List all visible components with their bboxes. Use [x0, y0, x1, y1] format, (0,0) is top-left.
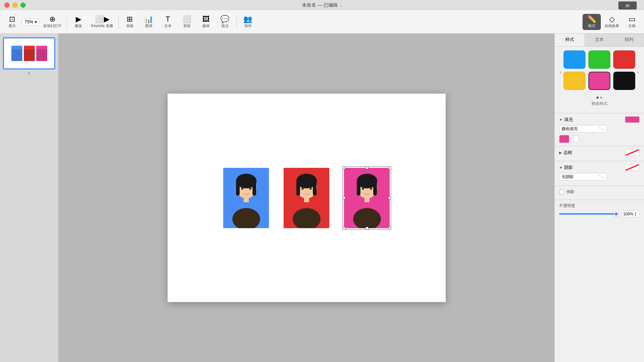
fill-header[interactable]: ▼ 填充: [559, 116, 640, 123]
reflection-label: 倒影: [566, 189, 574, 195]
selection-handle-bl[interactable]: [342, 227, 345, 230]
opacity-stepper[interactable]: ▲ ▼: [634, 211, 637, 216]
keynote-live-label: Keynote 直播: [91, 23, 113, 29]
selection-handle-bm[interactable]: [366, 227, 368, 230]
close-button[interactable]: [4, 3, 10, 8]
slide-thumb-content: [4, 38, 54, 68]
photo-red[interactable]: [284, 168, 329, 228]
swatch-pink[interactable]: [588, 72, 610, 90]
person-svg-blue: [223, 168, 269, 228]
toolbar-document[interactable]: ▭ 文稿: [623, 14, 641, 30]
toolbar-play[interactable]: ▶ 播放: [69, 14, 87, 30]
dot-2[interactable]: [600, 97, 602, 99]
photo-blue[interactable]: [223, 168, 269, 228]
svg-point-6: [241, 187, 243, 190]
fill-type-row: 颜色填充 ⌃⌄: [559, 125, 640, 133]
border-section: ▶ 边框: [555, 146, 644, 161]
selection-handle-tl[interactable]: [342, 166, 345, 169]
swatches-left-arrow[interactable]: ‹: [558, 69, 563, 75]
shadow-color-preview[interactable]: [625, 164, 640, 171]
fill-color-preview[interactable]: [625, 116, 640, 123]
photo-pink-selected[interactable]: [344, 168, 390, 228]
animate-label: 动画效果: [604, 23, 619, 29]
opacity-label-row: 不透明度: [559, 203, 640, 208]
selection-handle-tr[interactable]: [388, 166, 391, 169]
slide-canvas: [168, 94, 446, 302]
opacity-down[interactable]: ▼: [634, 214, 637, 216]
fill-color-swatch[interactable]: [559, 135, 569, 143]
border-color-preview[interactable]: [625, 149, 640, 156]
toolbar-keynote-live[interactable]: ⬜▶ Keynote 直播: [88, 14, 116, 30]
swatch-blue[interactable]: [564, 50, 585, 69]
play-label: 播放: [75, 23, 82, 29]
swatch-yellow[interactable]: [564, 72, 585, 90]
title-text: 未命名 — 已编辑: [302, 2, 338, 8]
toolbar-display[interactable]: ⊡ 显示: [3, 14, 21, 30]
canvas-area[interactable]: [59, 34, 554, 362]
swatch-red[interactable]: [613, 50, 635, 69]
fill-type-arrow: ⌃⌄: [598, 127, 604, 131]
table-label: 表格: [126, 23, 134, 29]
toolbar-format[interactable]: ✏️ 格式: [583, 14, 601, 30]
svg-point-5: [232, 208, 260, 228]
title-chevron[interactable]: ⌄: [339, 3, 342, 7]
toolbar-chart[interactable]: 📊 图表: [140, 14, 158, 30]
format-icon: ✏️: [587, 15, 596, 23]
tab-style[interactable]: 样式: [555, 34, 584, 46]
thumb-person-pink: [36, 49, 47, 61]
selection-border: [342, 166, 391, 230]
border-header[interactable]: ▶ 边框: [559, 149, 640, 156]
border-chevron: ▶: [559, 151, 562, 155]
opacity-slider[interactable]: [559, 213, 618, 215]
swatch-black[interactable]: [613, 72, 635, 90]
dot-1[interactable]: [596, 97, 599, 99]
fill-opacity-btn[interactable]: [571, 135, 579, 143]
opacity-thumb[interactable]: [614, 212, 618, 216]
toolbar-collab[interactable]: 👥 协作: [239, 14, 257, 30]
shadow-section: ▼ 阴影 无阴影 ⌃⌄: [555, 161, 644, 186]
swatches-label: 形状样式: [558, 101, 640, 106]
toolbar-text[interactable]: T 文本: [159, 14, 177, 30]
toolbar-media[interactable]: 🖼 媒体: [197, 14, 215, 30]
swatches-right-arrow[interactable]: ›: [636, 69, 640, 75]
tab-arrange[interactable]: 排列: [614, 34, 644, 46]
person-svg-red: [284, 168, 329, 228]
shadow-type-select[interactable]: 无阴影 ⌃⌄: [559, 173, 607, 181]
format-label: 格式: [588, 23, 595, 29]
main-area: 1: [0, 34, 644, 362]
swatch-green[interactable]: [588, 50, 610, 69]
fill-chevron: ▼: [559, 118, 563, 122]
collab-label: 协作: [244, 23, 252, 29]
toolbar-zoom[interactable]: 75% ▾: [22, 18, 40, 26]
user-initials: Ih: [626, 3, 630, 8]
fill-type-select[interactable]: 颜色填充 ⌃⌄: [559, 125, 607, 133]
thumb-photo-pink: [36, 46, 47, 61]
opacity-value-box[interactable]: 100% ▲ ▼: [621, 211, 640, 217]
toolbar-table[interactable]: ⊞ 表格: [121, 14, 139, 30]
tab-text[interactable]: 文本: [584, 34, 614, 46]
animate-icon: ◇: [609, 15, 615, 23]
comment-label: 批注: [221, 23, 229, 29]
selection-handle-tm[interactable]: [366, 166, 368, 169]
opacity-up[interactable]: ▲: [634, 211, 637, 214]
reflection-checkbox[interactable]: [559, 189, 564, 195]
maximize-button[interactable]: [20, 3, 26, 8]
selection-handle-br[interactable]: [388, 227, 391, 230]
opacity-fill: [559, 213, 618, 215]
selection-handle-mr[interactable]: [388, 196, 391, 199]
shadow-header[interactable]: ▼ 阴影: [559, 164, 640, 171]
toolbar-animate[interactable]: ◇ 动画效果: [602, 14, 622, 30]
toolbar-add-slide[interactable]: ⊕ 添加幻灯片: [40, 14, 64, 30]
display-icon: ⊡: [9, 15, 15, 23]
shadow-type-label: 无阴影: [562, 174, 574, 180]
selection-handle-ml[interactable]: [342, 196, 345, 199]
toolbar-comment[interactable]: 💬 批注: [216, 14, 234, 30]
toolbar-shape[interactable]: ⬜ 形状: [178, 14, 196, 30]
chart-label: 图表: [145, 23, 153, 29]
user-avatar[interactable]: Ih: [618, 1, 637, 10]
thumb-person-blue: [11, 49, 22, 61]
minimize-button[interactable]: [12, 3, 18, 8]
shadow-type-arrow: ⌃⌄: [598, 175, 604, 179]
svg-rect-11: [313, 181, 317, 196]
slide-thumbnail-1[interactable]: [3, 37, 55, 69]
